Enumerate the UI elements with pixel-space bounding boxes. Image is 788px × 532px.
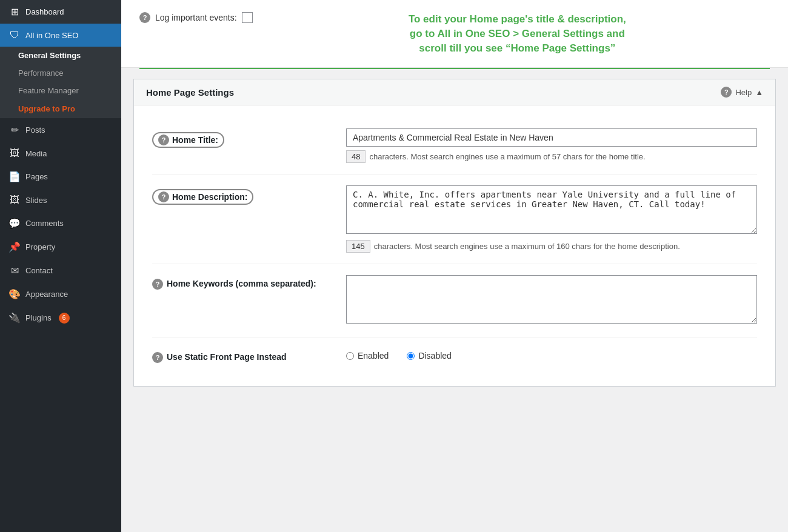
home-keywords-label: Home Keywords (comma separated):	[167, 279, 316, 288]
property-icon: 📌	[8, 241, 21, 253]
static-front-page-label: Use Static Front Page Instead	[167, 352, 287, 362]
sidebar-item-label: All in One SEO	[25, 31, 78, 40]
log-events-row: ? Log important events:	[139, 12, 253, 23]
sidebar-item-posts[interactable]: ✏ Posts	[0, 118, 121, 142]
static-front-page-disabled-radio[interactable]	[407, 352, 415, 360]
sidebar-item-label: Plugins	[25, 313, 52, 322]
home-title-char-badge: 48	[346, 150, 366, 163]
home-description-field: 145 characters. Most search engines use …	[346, 185, 757, 253]
plugins-icon: 🔌	[8, 312, 21, 324]
sidebar-item-label: Pages	[25, 172, 48, 181]
log-events-help-icon[interactable]: ?	[139, 12, 150, 23]
home-description-label: Home Description:	[172, 192, 247, 202]
sidebar-item-feature-manager[interactable]: Feature Manager	[0, 82, 121, 99]
posts-icon: ✏	[8, 124, 21, 136]
slides-icon: 🖼	[8, 195, 21, 205]
home-keywords-label-wrapper: ? Home Keywords (comma separated):	[152, 275, 334, 290]
sidebar-item-label: Comments	[25, 219, 64, 228]
sidebar-item-label: Contact	[25, 266, 53, 275]
sidebar-item-comments[interactable]: 💬 Comments	[0, 211, 121, 235]
divider-line	[139, 68, 770, 69]
card-header: Home Page Settings ? Help ▲	[134, 79, 775, 105]
home-title-char-note: characters. Most search engines use a ma…	[369, 152, 645, 161]
static-front-page-label-wrapper: ? Use Static Front Page Instead	[152, 348, 334, 363]
sidebar-item-pages[interactable]: 📄 Pages	[0, 165, 121, 188]
static-front-page-help-icon[interactable]: ?	[152, 352, 163, 363]
home-page-settings-card: Home Page Settings ? Help ▲ ? Home Title…	[133, 79, 776, 387]
comments-icon: 💬	[8, 218, 21, 229]
sidebar-item-label: Media	[25, 149, 47, 158]
shield-icon: 🛡	[8, 30, 21, 41]
home-title-label-wrapper: ? Home Title:	[152, 128, 334, 148]
sidebar-item-general-settings[interactable]: General Settings	[0, 47, 121, 64]
home-title-label: Home Title:	[172, 135, 218, 145]
home-title-help-icon[interactable]: ?	[158, 135, 169, 145]
notice-area: ? Log important events: To edit your Hom…	[121, 0, 788, 68]
home-description-label-wrapper: ? Home Description:	[152, 185, 334, 205]
static-front-page-radio-group: Enabled Disabled	[346, 348, 757, 361]
sidebar-item-contact[interactable]: ✉ Contact	[0, 259, 121, 282]
static-front-page-disabled-label: Disabled	[418, 351, 451, 361]
log-events-label: Log important events:	[155, 13, 237, 22]
sidebar: ⊞ Dashboard 🛡 All in One SEO General Set…	[0, 0, 121, 532]
home-title-char-count: 48 characters. Most search engines use a…	[346, 150, 757, 163]
home-description-char-badge: 145	[346, 240, 370, 253]
static-front-page-row: ? Use Static Front Page Instead Enabled …	[152, 337, 757, 374]
card-help-label: Help	[735, 88, 752, 97]
static-front-page-enabled-option[interactable]: Enabled	[346, 351, 389, 361]
card-body: ? Home Title: 48 characters. Most search…	[134, 105, 775, 386]
media-icon: 🖼	[8, 148, 21, 159]
static-front-page-field: Enabled Disabled	[346, 348, 757, 361]
static-front-page-enabled-label: Enabled	[358, 351, 389, 361]
home-keywords-help-icon[interactable]: ?	[152, 279, 163, 290]
card-help-icon: ?	[721, 87, 732, 98]
sidebar-item-property[interactable]: 📌 Property	[0, 235, 121, 259]
aio-sub-menu: General Settings Performance Feature Man…	[0, 47, 121, 118]
upgrade-to-pro-button[interactable]: Upgrade to Pro	[0, 99, 121, 118]
sidebar-item-label: Property	[25, 242, 55, 251]
home-description-row: ? Home Description: 145 characters. Most…	[152, 175, 757, 264]
card-collapse-icon[interactable]: ▲	[755, 88, 763, 97]
contact-icon: ✉	[8, 265, 21, 276]
sidebar-item-all-in-one-seo[interactable]: 🛡 All in One SEO	[0, 24, 121, 47]
dashboard-icon: ⊞	[8, 6, 21, 18]
static-front-page-disabled-option[interactable]: Disabled	[407, 351, 451, 361]
tip-text: To edit your Home page's title & descrip…	[265, 12, 770, 55]
sidebar-item-dashboard[interactable]: ⊞ Dashboard	[0, 0, 121, 24]
home-title-input[interactable]	[346, 128, 757, 147]
home-keywords-input[interactable]	[346, 275, 757, 324]
sidebar-item-slides[interactable]: 🖼 Slides	[0, 188, 121, 211]
home-keywords-field	[346, 275, 757, 326]
sidebar-item-appearance[interactable]: 🎨 Appearance	[0, 282, 121, 306]
home-title-row: ? Home Title: 48 characters. Most search…	[152, 118, 757, 175]
card-help-button[interactable]: ? Help ▲	[721, 87, 763, 98]
home-keywords-row: ? Home Keywords (comma separated):	[152, 264, 757, 337]
sidebar-item-label: Posts	[25, 125, 45, 135]
card-title: Home Page Settings	[146, 87, 234, 98]
home-description-label-circled: ? Home Description:	[152, 189, 253, 205]
pages-icon: 📄	[8, 171, 21, 182]
appearance-icon: 🎨	[8, 288, 21, 300]
log-events-checkbox[interactable]	[242, 12, 253, 23]
home-description-char-count: 145 characters. Most search engines use …	[346, 240, 757, 253]
plugins-badge: 6	[59, 313, 70, 324]
sidebar-item-performance[interactable]: Performance	[0, 64, 121, 82]
home-description-char-note: characters. Most search engines use a ma…	[374, 242, 680, 251]
sidebar-item-plugins[interactable]: 🔌 Plugins 6	[0, 306, 121, 330]
sidebar-item-media[interactable]: 🖼 Media	[0, 142, 121, 165]
home-title-field: 48 characters. Most search engines use a…	[346, 128, 757, 163]
main-content: ? Log important events: To edit your Hom…	[121, 0, 788, 532]
static-front-page-enabled-radio[interactable]	[346, 352, 354, 360]
home-title-label-circled: ? Home Title:	[152, 132, 224, 148]
home-description-input[interactable]	[346, 185, 757, 234]
sidebar-item-label: Slides	[25, 196, 47, 205]
home-description-help-icon[interactable]: ?	[158, 191, 169, 202]
sidebar-item-label: Dashboard	[25, 7, 64, 16]
sidebar-item-label: Appearance	[25, 290, 68, 299]
